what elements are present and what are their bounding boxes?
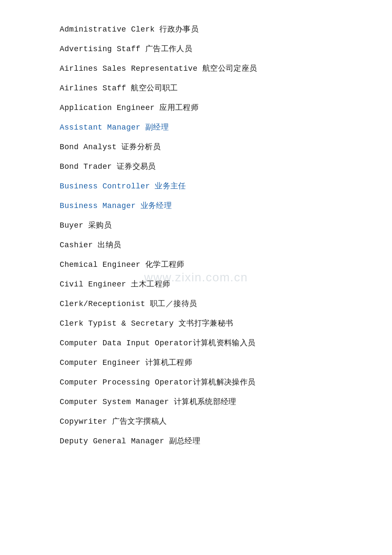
job-item-computer-data-input: Computer Data Input Operator计算机资料输入员 xyxy=(60,339,332,347)
job-item-bond-trader: Bond Trader 证券交易员 xyxy=(60,163,332,171)
job-item-clerk-typist: Clerk Typist & Secretary 文书打字兼秘书 xyxy=(60,320,332,327)
job-item-clerk-receptionist: Clerk/Receptionist 职工／接待员 xyxy=(60,300,332,308)
job-item-copywriter: Copywriter 广告文字撰稿人 xyxy=(60,418,332,425)
job-item-airlines-staff: Airlines Staff 航空公司职工 xyxy=(60,84,332,92)
job-item-assistant-manager[interactable]: Assistant Manager 副经理 xyxy=(60,124,332,131)
job-item-computer-engineer: Computer Engineer 计算机工程师 xyxy=(60,359,332,367)
job-item-computer-system-manager: Computer System Manager 计算机系统部经理 xyxy=(60,398,332,406)
job-item-business-manager[interactable]: Business Manager 业务经理 xyxy=(60,202,332,210)
job-item-deputy-general-manager: Deputy General Manager 副总经理 xyxy=(60,437,332,445)
job-item-bond-analyst: Bond Analyst 证券分析员 xyxy=(60,143,332,151)
job-item-application-engineer: Application Engineer 应用工程师 xyxy=(60,104,332,112)
job-item-chemical-engineer: Chemical Engineer 化学工程师 xyxy=(60,261,332,269)
job-item-civil-engineer: Civil Engineer 土木工程师 xyxy=(60,280,332,288)
job-item-cashier: Cashier 出纳员 xyxy=(60,241,332,249)
job-item-airlines-sales-rep: Airlines Sales Representative 航空公司定座员 xyxy=(60,65,332,72)
job-item-advertising-staff: Advertising Staff 广告工作人员 xyxy=(60,45,332,53)
job-item-computer-processing: Computer Processing Operator计算机解决操作员 xyxy=(60,379,332,386)
job-item-administrative-clerk: Administrative Clerk 行政办事员 xyxy=(60,26,332,33)
job-item-business-controller[interactable]: Business Controller 业务主任 xyxy=(60,182,332,190)
job-item-buyer: Buyer 采购员 xyxy=(60,222,332,229)
job-list: Administrative Clerk 行政办事员Advertising St… xyxy=(60,26,332,445)
